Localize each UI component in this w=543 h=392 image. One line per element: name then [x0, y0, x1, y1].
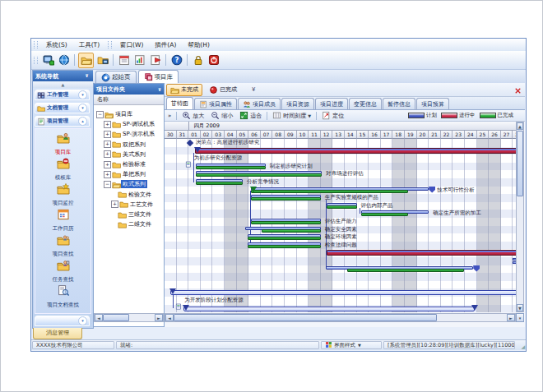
tree-node-SP-调试机系[interactable]: +SP-调试机系: [104, 119, 156, 129]
task-bar-done[interactable]: [262, 229, 321, 233]
chevron-up-icon[interactable]: ▴: [78, 117, 87, 126]
tree-expander-plus-icon[interactable]: +: [104, 161, 111, 168]
scroll-left-arrow-icon[interactable]: ◄: [95, 314, 103, 321]
gantt-tab-暂停信息[interactable]: 暂停信息: [383, 98, 415, 109]
gantt-tab-项目进度[interactable]: 项目进度: [315, 98, 348, 109]
tree-node-label[interactable]: 三维文件: [127, 210, 153, 219]
tree-node-label[interactable]: 二维文件: [127, 220, 153, 228]
task-bar-done[interactable]: [248, 237, 321, 240]
scroll-up-arrow-icon[interactable]: ▲: [517, 122, 523, 130]
toolbar-button-folder-open-icon[interactable]: [78, 53, 94, 68]
scroll-right-arrow-icon[interactable]: ►: [155, 314, 163, 321]
close-icon[interactable]: [514, 82, 522, 98]
tree-node-label[interactable]: 检验标准: [121, 160, 147, 168]
toolbar-button-power-icon[interactable]: [207, 53, 220, 67]
task-bar-done[interactable]: [251, 221, 321, 224]
toolbar-button-calendar-icon[interactable]: [117, 53, 131, 67]
tree-node-label[interactable]: 工艺文件: [128, 201, 155, 209]
toolbar-button-page-flag-icon[interactable]: [148, 53, 162, 67]
filter-button-已完成[interactable]: 已完成: [206, 85, 240, 95]
tree-node-三维文件[interactable]: 三维文件: [111, 210, 153, 219]
tree-node-项目库[interactable]: −项目库: [96, 109, 134, 119]
menu-item-0[interactable]: 系统(S): [40, 39, 73, 51]
sidebar-item-4[interactable]: 项目查找: [35, 233, 90, 258]
tree-expander-plus-icon[interactable]: +: [104, 150, 111, 158]
scroll-down-arrow-icon[interactable]: ▼: [517, 304, 523, 311]
gantt-tab-项目预算[interactable]: 项目预算: [416, 98, 449, 109]
tree-expander-plus-icon[interactable]: +: [104, 171, 111, 178]
task-bar-in-progress[interactable]: [327, 250, 516, 256]
nav-group-2[interactable]: 项目管理▴: [35, 116, 90, 127]
menu-item-3[interactable]: 插件(A): [149, 39, 182, 51]
menu-item-1[interactable]: 工具(T): [73, 39, 105, 51]
nav-group-partial[interactable]: ▾: [35, 316, 90, 326]
tree-node-欧式系列[interactable]: −欧式系列: [104, 179, 147, 189]
tree-expander-minus-icon[interactable]: −: [96, 111, 104, 118]
tree-hscroll-thumb[interactable]: [103, 314, 129, 321]
gantt-tab-甘特图[interactable]: 甘特图: [166, 97, 193, 109]
toolbar-button-help-icon[interactable]: ?: [169, 53, 183, 67]
tree-node-美式系列[interactable]: +美式系列: [104, 150, 147, 159]
task-bar-done[interactable]: [327, 205, 357, 209]
filter-button-未完成[interactable]: 未完成: [166, 84, 202, 96]
task-bar-summary-plan[interactable]: [183, 307, 474, 311]
menu-grip[interactable]: [34, 41, 38, 48]
sidebar-item-5[interactable]: 任务查找: [35, 259, 90, 284]
pin-icon[interactable]: ⊽: [83, 72, 90, 80]
sidebar-item-3[interactable]: 工作日历: [35, 208, 90, 233]
tree-node-二维文件[interactable]: 二维文件: [111, 219, 153, 229]
scroll-corner[interactable]: ▾: [516, 313, 524, 322]
toolbar-overflow-chevron[interactable]: »: [165, 113, 174, 119]
gantt-toolbar-定位[interactable]: 定位: [318, 111, 347, 120]
pin-icon[interactable]: ⊽: [158, 87, 161, 92]
chevron-down-icon[interactable]: ▾: [78, 90, 87, 99]
gantt-chart-body[interactable]: 决策点 : 高层进行初步研究为初步研究分配资源制定初步研究计划对市场进行评估分析…: [165, 139, 516, 312]
gantt-hscrollbar[interactable]: ◄ ►: [165, 313, 516, 322]
tree-node-双把系列[interactable]: +双把系列: [104, 140, 147, 150]
tree-node-单把系列[interactable]: +单把系列: [104, 169, 147, 179]
tree-node-SP-演示机系[interactable]: +SP-演示机系: [104, 129, 156, 139]
chevron-down-icon[interactable]: ▾: [78, 104, 87, 113]
task-bar-done[interactable]: [196, 173, 322, 177]
nav-scroll-up[interactable]: ▲: [33, 81, 93, 88]
toolbar-button-chart-page-icon[interactable]: [132, 53, 146, 67]
nav-group-0[interactable]: 工作管理▾: [35, 90, 90, 100]
menu-item-4[interactable]: 帮助(H): [182, 39, 216, 51]
tree-node-label[interactable]: 检验文件: [127, 191, 153, 199]
gantt-vscrollbar[interactable]: ▲ ▼: [516, 122, 524, 312]
toolbar-grip[interactable]: [34, 57, 38, 64]
gantt-tab-项目成员[interactable]: 项目成员: [238, 98, 281, 109]
tab-起始页[interactable]: 起始页: [95, 71, 137, 83]
gantt-toolbar-放大[interactable]: 放大: [179, 111, 207, 120]
tree-expander-minus-icon[interactable]: −: [104, 181, 111, 188]
scroll-left-arrow-icon[interactable]: ◄: [165, 314, 174, 321]
tree-node-label[interactable]: SP-演示机系: [121, 130, 156, 138]
toolbar-button-folder-monitor-icon[interactable]: [95, 53, 109, 67]
tab-项目库[interactable]: 项目库: [138, 70, 179, 83]
tree-node-工艺文件[interactable]: +工艺文件: [111, 200, 155, 210]
task-bar-done[interactable]: [196, 166, 266, 169]
toolbar-button-globe-icon[interactable]: [57, 53, 71, 67]
sidebar-item-1[interactable]: 模板库: [35, 157, 90, 182]
message-panel-tab[interactable]: 消息管理: [33, 328, 82, 339]
gantt-hscroll-thumb[interactable]: [174, 314, 437, 321]
task-bar-done[interactable]: [251, 190, 408, 193]
task-bar-done[interactable]: [196, 182, 243, 185]
status-style-button[interactable]: 界面样式 ▼: [321, 341, 382, 349]
resize-grip[interactable]: ◢: [517, 341, 525, 349]
tree-expander-plus-icon[interactable]: +: [104, 131, 111, 138]
tree-node-label[interactable]: 项目库: [114, 110, 134, 118]
tree-node-label[interactable]: 美式系列: [121, 150, 147, 159]
nav-group-1[interactable]: 文档管理▾: [35, 103, 90, 113]
tree-node-检验文件[interactable]: 检验文件: [111, 190, 153, 200]
gantt-tab-项目资源[interactable]: 项目资源: [281, 98, 314, 109]
tree-hscrollbar[interactable]: ◄ ►: [94, 313, 164, 322]
toolbar-button-computer-icon[interactable]: [41, 53, 55, 67]
tree-node-检验标准[interactable]: +检验标准: [104, 159, 147, 169]
menu-item-2[interactable]: 窗口(W): [114, 39, 149, 51]
task-bar-done[interactable]: [251, 197, 321, 201]
tree-column-header[interactable]: 名称: [94, 95, 164, 105]
tree-expander-plus-icon[interactable]: +: [104, 141, 111, 148]
gantt-toolbar-缩小[interactable]: 缩小: [207, 111, 236, 120]
task-bar-done[interactable]: [361, 213, 408, 216]
